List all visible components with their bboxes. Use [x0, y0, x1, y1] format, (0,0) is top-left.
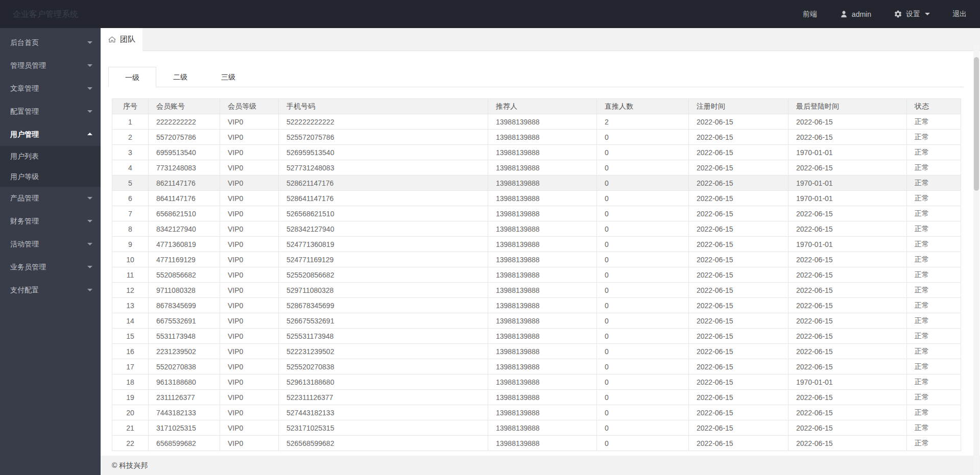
table-cell: 2022-06-15 — [689, 267, 788, 283]
table-cell: VIP0 — [220, 329, 279, 344]
table-cell: 2022-06-15 — [689, 283, 788, 298]
breadcrumb-tab[interactable]: 团队 — [101, 28, 142, 51]
frontend-link[interactable]: 前端 — [803, 10, 817, 19]
table-cell: 2022-06-15 — [689, 191, 788, 206]
sidebar-item-产品管理[interactable]: 产品管理 — [0, 187, 101, 210]
table-cell: 2022-06-15 — [689, 405, 788, 420]
table-cell: 2022-06-15 — [788, 344, 907, 359]
sidebar-item-配置管理[interactable]: 配置管理 — [0, 100, 101, 123]
table-cell: 8678345699 — [149, 298, 220, 313]
table-row: 207443182133VIP0527443182133139881398880… — [112, 405, 961, 420]
table-cell: 524771169129 — [279, 252, 488, 267]
table-cell: 13988139888 — [488, 114, 597, 130]
sidebar-subitem-用户列表[interactable]: 用户列表 — [0, 146, 101, 166]
table-cell: 527731248083 — [279, 160, 488, 176]
sidebar-item-管理员管理[interactable]: 管理员管理 — [0, 54, 101, 77]
members-table: 序号会员账号会员等级手机号码推荐人直推人数注册时间最后登陆时间状态 122222… — [112, 98, 961, 451]
table-cell: 2022-06-15 — [788, 206, 907, 221]
tab-level-2-label: 二级 — [173, 73, 187, 81]
logout-link[interactable]: 退出 — [952, 10, 967, 19]
table-cell: 正常 — [907, 344, 961, 359]
table-cell: 6675532691 — [149, 313, 220, 329]
sidebar-subitem-用户等级[interactable]: 用户等级 — [0, 166, 101, 187]
table-cell: 528342127940 — [279, 221, 488, 237]
caret-down-icon — [925, 13, 930, 15]
tab-level-3[interactable]: 三级 — [204, 67, 252, 87]
table-cell: 8 — [112, 221, 149, 237]
page-title: 团队 — [120, 35, 135, 44]
table-row: 146675532691VIP0526675532691139881398880… — [112, 313, 961, 329]
table-cell: 2022-06-15 — [689, 436, 788, 451]
table-cell: 7 — [112, 206, 149, 221]
table-cell: 7731248083 — [149, 160, 220, 176]
sidebar-item-支付配置[interactable]: 支付配置 — [0, 279, 101, 302]
table-cell: 2022-06-15 — [788, 114, 907, 130]
table-cell: 2022-06-15 — [788, 267, 907, 283]
table-cell: 2022-06-15 — [689, 221, 788, 237]
sidebar-item-文章管理[interactable]: 文章管理 — [0, 77, 101, 100]
table-cell: 0 — [597, 374, 689, 390]
table-cell: 1970-01-01 — [788, 191, 907, 206]
table-cell: VIP0 — [220, 359, 279, 374]
page-scrollbar[interactable] — [973, 45, 979, 475]
table-cell: 2022-06-15 — [689, 176, 788, 191]
breadcrumb-bar: 团队 — [101, 28, 980, 51]
table-cell: VIP0 — [220, 237, 279, 252]
table-cell: 3 — [112, 145, 149, 160]
tab-level-1[interactable]: 一级 — [108, 67, 156, 87]
table-cell: 正常 — [907, 191, 961, 206]
table-cell: 526568621510 — [279, 206, 488, 221]
table-cell: 8342127940 — [149, 221, 220, 237]
settings-menu[interactable]: 设置 — [894, 10, 930, 19]
table-row: 58621147176VIP05286211471761398813988802… — [112, 176, 961, 191]
table-cell: VIP0 — [220, 206, 279, 221]
table-cell: 2022-06-15 — [689, 130, 788, 145]
sidebar-item-业务员管理[interactable]: 业务员管理 — [0, 256, 101, 279]
table-cell: VIP0 — [220, 313, 279, 329]
table-cell: 正常 — [907, 252, 961, 267]
table-cell: 13988139888 — [488, 420, 597, 436]
chevron-down-icon — [87, 289, 92, 291]
table-cell: VIP0 — [220, 176, 279, 191]
table-cell: 13988139888 — [488, 298, 597, 313]
tab-level-2[interactable]: 二级 — [156, 67, 204, 87]
table-cell: 正常 — [907, 420, 961, 436]
table-cell: 4 — [112, 160, 149, 176]
table-cell: 6568599682 — [149, 436, 220, 451]
table-cell: 13988139888 — [488, 191, 597, 206]
table-cell: 2022-06-15 — [689, 390, 788, 405]
table-cell: 8641147176 — [149, 191, 220, 206]
sidebar-item-活动管理[interactable]: 活动管理 — [0, 233, 101, 256]
table-cell: 0 — [597, 160, 689, 176]
table-cell: 13988139888 — [488, 329, 597, 344]
table-cell: 13988139888 — [488, 313, 597, 329]
table-cell: 523171025315 — [279, 420, 488, 436]
table-cell: 526568599682 — [279, 436, 488, 451]
table-cell: 5531173948 — [149, 329, 220, 344]
sidebar-item-label: 产品管理 — [10, 194, 39, 202]
scrollbar-thumb[interactable] — [974, 57, 979, 191]
chevron-down-icon — [87, 197, 92, 199]
table-cell: 522311126377 — [279, 390, 488, 405]
sidebar-item-后台首页[interactable]: 后台首页 — [0, 31, 101, 54]
user-menu[interactable]: admin — [840, 10, 871, 18]
table-cell: 正常 — [907, 237, 961, 252]
table-cell: 2 — [597, 114, 689, 130]
table-cell: 526959513540 — [279, 145, 488, 160]
table-cell: 2022-06-15 — [788, 436, 907, 451]
sidebar-item-财务管理[interactable]: 财务管理 — [0, 210, 101, 233]
table-cell: 13988139888 — [488, 405, 597, 420]
table-cell: 2022-06-15 — [788, 420, 907, 436]
table-cell: 6959513540 — [149, 145, 220, 160]
table-cell: 1970-01-01 — [788, 176, 907, 191]
table-cell: 2022-06-15 — [689, 206, 788, 221]
table-cell: 13988139888 — [488, 160, 597, 176]
table-cell: 16 — [112, 344, 149, 359]
table-cell: 2022-06-15 — [689, 237, 788, 252]
sidebar-item-label: 活动管理 — [10, 240, 39, 248]
table-cell: 2022-06-15 — [788, 359, 907, 374]
sidebar-item-用户管理[interactable]: 用户管理 — [0, 123, 101, 146]
table-cell: 正常 — [907, 374, 961, 390]
table-cell: 9613188680 — [149, 374, 220, 390]
table-cell: 9 — [112, 237, 149, 252]
